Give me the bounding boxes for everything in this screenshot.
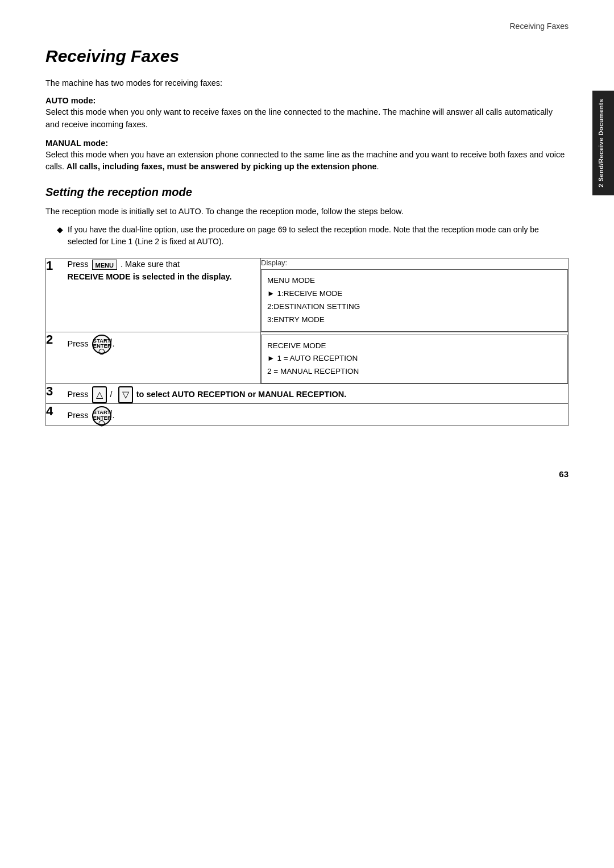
step-1-instruction: Press MENU . Make sure that RECEIVE MODE… — [68, 258, 261, 332]
menu-button[interactable]: MENU — [92, 260, 117, 270]
manual-mode-label: MANUAL — [45, 139, 81, 148]
step-4-number: 4 — [46, 404, 68, 426]
auto-mode-section: AUTO mode: Select this mode when you onl… — [45, 95, 569, 131]
step-1-bold: RECEIVE MODE is selected in the display. — [68, 272, 232, 281]
step-3-number: 3 — [46, 384, 68, 404]
display-line-2-1-text: 1 = AUTO RECEPTION — [277, 352, 358, 365]
arrow-symbol-2: ► — [267, 352, 275, 365]
auto-mode-label-suffix: mode: — [69, 96, 96, 105]
display-line-1-3: 3:ENTRY MODE — [267, 314, 562, 327]
display-box-2: RECEIVE MODE ► 1 = AUTO RECEPTION 2 = MA… — [261, 335, 568, 384]
bullet-note: ◆ If you have the dual-line option, use … — [57, 224, 569, 248]
steps-table: 1 Press MENU . Make sure that RECEIVE MO… — [45, 258, 569, 427]
display-label-1: Display: — [261, 258, 568, 267]
step-2-instruction: Press START/ENTER◯ . — [68, 332, 261, 384]
step-4-pre: Press — [68, 410, 91, 422]
display-line-1-0: MENU MODE — [267, 274, 562, 287]
step-row-1: 1 Press MENU . Make sure that RECEIVE MO… — [46, 258, 569, 332]
display-line-1-2: 2:DESTINATION SETTING — [267, 301, 562, 314]
manual-mode-desc: Select this mode when you have an extens… — [45, 149, 569, 174]
page-header: Receiving Faxes — [0, 0, 614, 36]
step-3-instruction: Press △ / ▽ to select AUTO RECEPTION or … — [68, 384, 569, 404]
display-line-2-1: ► 1 = AUTO RECEPTION — [267, 352, 562, 365]
display-line-1-1: ► 1:RECEIVE MODE — [267, 287, 562, 301]
step-3-bold: to select AUTO RECEPTION or MANUAL RECEP… — [136, 389, 347, 401]
auto-mode-desc: Select this mode when you only want to r… — [45, 106, 569, 131]
display-line-2-0: RECEIVE MODE — [267, 340, 562, 353]
step-2-post: . — [113, 338, 115, 350]
step-row-3: 3 Press △ / ▽ to select AUTO RECEPTION o… — [46, 384, 569, 404]
auto-mode-label: AUTO — [45, 96, 69, 105]
display-line-1-1-text: 1:RECEIVE MODE — [277, 287, 342, 301]
step-1-pre: Press — [68, 260, 91, 269]
step-2-pre: Press — [68, 338, 91, 350]
bullet-text: If you have the dual-line option, use th… — [68, 224, 569, 248]
step-1-number: 1 — [46, 258, 68, 332]
step-2-number: 2 — [46, 332, 68, 384]
section-title: Setting the reception mode — [45, 186, 569, 199]
step-4-instruction: Press START/ENTER◯ . — [68, 404, 569, 426]
page-number: 63 — [0, 460, 614, 479]
start-enter-button-4[interactable]: START/ENTER◯ — [92, 406, 111, 425]
down-arrow-button[interactable]: ▽ — [118, 386, 133, 403]
intro-text: The machine has two modes for receiving … — [45, 78, 569, 87]
bullet-symbol: ◆ — [57, 224, 63, 236]
arrow-symbol: ► — [267, 287, 275, 301]
step-3-pre: Press — [68, 389, 91, 401]
main-content: Receiving Faxes The machine has two mode… — [0, 36, 614, 460]
step-4-post: . — [113, 410, 115, 422]
page-title: Receiving Faxes — [45, 47, 569, 66]
display-box-1: MENU MODE ► 1:RECEIVE MODE 2:DESTINATION… — [261, 269, 568, 332]
step-1-post: . Make sure that — [121, 260, 180, 269]
step-row-4: 4 Press START/ENTER◯ . — [46, 404, 569, 426]
reception-intro: The reception mode is initially set to A… — [45, 206, 569, 218]
step-row-2: 2 Press START/ENTER◯ . RECEIVE MODE ► 1 … — [46, 332, 569, 384]
manual-mode-label-suffix: mode: — [81, 139, 109, 148]
up-arrow-button[interactable]: △ — [92, 386, 107, 403]
manual-mode-section: MANUAL mode: Select this mode when you h… — [45, 138, 569, 174]
start-enter-button-2[interactable]: START/ENTER◯ — [92, 335, 111, 354]
step-3-or: / — [108, 389, 117, 401]
step-1-display: Display: MENU MODE ► 1:RECEIVE MODE 2:DE… — [261, 258, 569, 332]
display-line-2-2: 2 = MANUAL RECEPTION — [267, 365, 562, 378]
step-2-display: RECEIVE MODE ► 1 = AUTO RECEPTION 2 = MA… — [261, 332, 569, 384]
